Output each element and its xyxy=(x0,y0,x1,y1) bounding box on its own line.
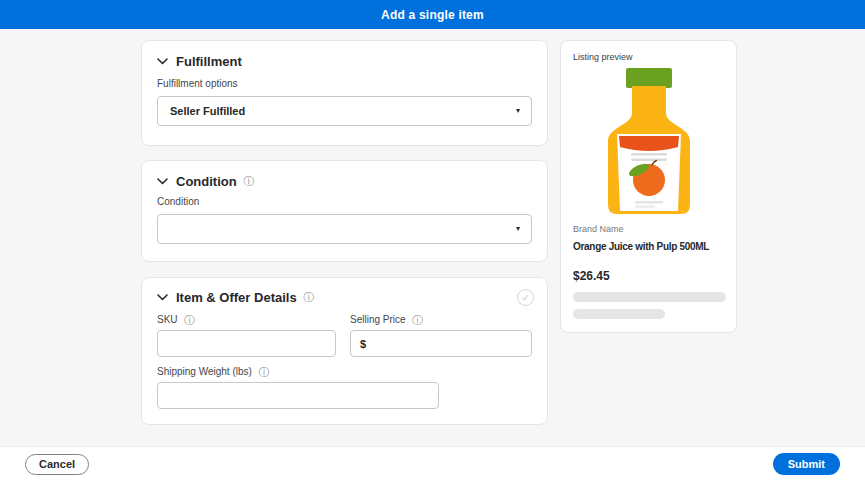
item-offer-section-header[interactable]: Item & Offer Details ⓘ xyxy=(157,290,532,305)
selling-price-label: Selling Price xyxy=(350,314,406,326)
chevron-down-icon xyxy=(157,58,168,65)
footer-bar: Cancel Submit xyxy=(0,446,865,481)
listing-preview-title: Listing preview xyxy=(573,52,724,62)
condition-card: Condition ⓘ Condition ▾ xyxy=(141,160,548,262)
info-icon[interactable]: ⓘ xyxy=(258,366,270,378)
orange-juice-bottle-illustration xyxy=(599,67,699,215)
info-icon[interactable]: ⓘ xyxy=(412,314,424,326)
info-icon[interactable]: ⓘ xyxy=(303,292,315,304)
preview-price: $26.45 xyxy=(573,269,724,283)
caret-down-icon: ▾ xyxy=(516,225,520,233)
section-complete-check-icon: ✓ xyxy=(517,289,534,306)
fulfillment-section-header[interactable]: Fulfillment xyxy=(157,54,532,69)
listing-preview-card: Listing preview Brand Name Orange Juice … xyxy=(560,40,737,333)
shipping-weight-label-row: Shipping Weight (lbs) ⓘ xyxy=(157,366,532,378)
condition-select[interactable]: ▾ xyxy=(157,214,532,244)
caret-down-icon: ▾ xyxy=(516,107,520,115)
sku-label: SKU xyxy=(157,314,178,326)
product-name: Orange Juice with Pulp 500ML xyxy=(573,241,724,252)
sku-input[interactable] xyxy=(157,330,336,357)
shipping-weight-label: Shipping Weight (lbs) xyxy=(157,366,252,378)
fulfillment-section-title: Fulfillment xyxy=(176,54,242,69)
submit-button[interactable]: Submit xyxy=(773,453,840,475)
cancel-button[interactable]: Cancel xyxy=(25,454,89,475)
selling-price-label-row: Selling Price ⓘ xyxy=(350,314,532,326)
info-icon[interactable]: ⓘ xyxy=(184,314,196,326)
fulfillment-card: Fulfillment Fulfillment options Seller F… xyxy=(141,40,548,146)
condition-section-title: Condition xyxy=(176,174,237,189)
item-offer-details-card: Item & Offer Details ⓘ ✓ SKU ⓘ Selling P… xyxy=(141,277,548,425)
brand-name-label: Brand Name xyxy=(573,224,724,234)
placeholder-bar xyxy=(573,309,665,319)
placeholder-bar xyxy=(573,292,726,302)
sku-label-row: SKU ⓘ xyxy=(157,314,336,326)
item-offer-section-title: Item & Offer Details xyxy=(176,290,297,305)
currency-prefix: $ xyxy=(360,338,366,350)
info-icon[interactable]: ⓘ xyxy=(243,176,255,188)
top-bar: Add a single item xyxy=(0,0,865,29)
fulfillment-select-value: Seller Fulfilled xyxy=(170,105,245,117)
fulfillment-select[interactable]: Seller Fulfilled ▾ xyxy=(157,96,532,126)
condition-field-label: Condition xyxy=(157,196,532,208)
chevron-down-icon xyxy=(157,178,168,185)
product-image xyxy=(573,67,724,215)
chevron-down-icon xyxy=(157,294,168,301)
condition-section-header[interactable]: Condition ⓘ xyxy=(157,174,532,189)
fulfillment-options-label: Fulfillment options xyxy=(157,78,532,90)
shipping-weight-input[interactable] xyxy=(157,382,439,409)
page-title: Add a single item xyxy=(381,8,484,22)
selling-price-input[interactable] xyxy=(350,330,532,357)
